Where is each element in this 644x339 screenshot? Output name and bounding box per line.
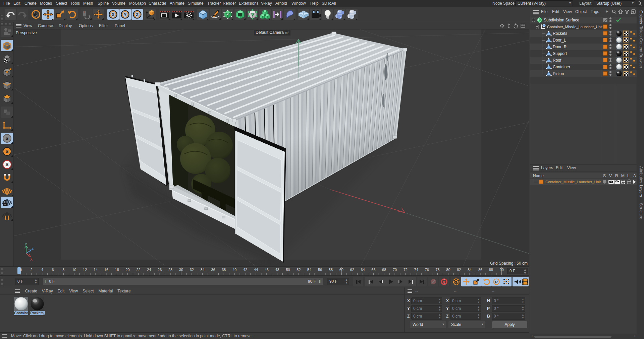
svg-text:46: 46 bbox=[265, 268, 269, 272]
svg-text:36: 36 bbox=[211, 268, 215, 272]
svg-text:42: 42 bbox=[243, 268, 247, 272]
svg-text:56: 56 bbox=[318, 268, 322, 272]
svg-text:X: X bbox=[112, 12, 115, 17]
svg-text:58: 58 bbox=[329, 268, 333, 272]
svg-text:S: S bbox=[5, 149, 8, 154]
svg-text:4: 4 bbox=[41, 268, 43, 272]
svg-text:S: S bbox=[5, 136, 8, 141]
svg-text:20: 20 bbox=[125, 268, 129, 272]
svg-text:54: 54 bbox=[307, 268, 311, 272]
svg-text:26: 26 bbox=[158, 268, 162, 272]
svg-text:10: 10 bbox=[72, 268, 76, 272]
svg-text:52: 52 bbox=[297, 268, 301, 272]
svg-text:S: S bbox=[5, 162, 8, 167]
svg-text:78: 78 bbox=[435, 268, 439, 272]
svg-text:66: 66 bbox=[371, 268, 375, 272]
svg-text:Z: Z bbox=[136, 12, 139, 17]
svg-text:Z: Z bbox=[32, 247, 34, 250]
svg-text:Y: Y bbox=[25, 243, 27, 247]
svg-text:18: 18 bbox=[115, 268, 119, 272]
svg-text:16: 16 bbox=[104, 268, 108, 272]
svg-text:6: 6 bbox=[52, 268, 54, 272]
svg-text:22: 22 bbox=[136, 268, 140, 272]
svg-text:68: 68 bbox=[382, 268, 386, 272]
svg-text:2: 2 bbox=[31, 268, 33, 272]
svg-text:88: 88 bbox=[489, 268, 493, 272]
svg-text:82: 82 bbox=[457, 268, 461, 272]
svg-text:38: 38 bbox=[222, 268, 226, 272]
svg-text:64: 64 bbox=[361, 268, 365, 272]
svg-text:44: 44 bbox=[254, 268, 258, 272]
svg-text:76: 76 bbox=[425, 268, 429, 272]
svg-text:62: 62 bbox=[350, 268, 354, 272]
svg-text:28: 28 bbox=[168, 268, 172, 272]
svg-text:14: 14 bbox=[94, 268, 98, 272]
svg-text:24: 24 bbox=[147, 268, 151, 272]
svg-text:Y: Y bbox=[124, 12, 127, 17]
svg-text:12: 12 bbox=[83, 268, 87, 272]
svg-text:84: 84 bbox=[468, 268, 472, 272]
svg-text:8: 8 bbox=[62, 268, 64, 272]
svg-text:70: 70 bbox=[393, 268, 397, 272]
svg-text:72: 72 bbox=[404, 268, 408, 272]
svg-text:P: P bbox=[495, 280, 497, 284]
svg-text:80: 80 bbox=[446, 268, 450, 272]
svg-text:X: X bbox=[30, 258, 33, 261]
svg-text:50: 50 bbox=[286, 268, 290, 272]
svg-text:40: 40 bbox=[232, 268, 236, 272]
svg-text:48: 48 bbox=[275, 268, 279, 272]
svg-text:0: 0 bbox=[20, 268, 22, 272]
svg-text:34: 34 bbox=[200, 268, 204, 272]
svg-text:86: 86 bbox=[478, 268, 482, 272]
svg-text:32: 32 bbox=[190, 268, 194, 272]
svg-text:74: 74 bbox=[414, 268, 418, 272]
